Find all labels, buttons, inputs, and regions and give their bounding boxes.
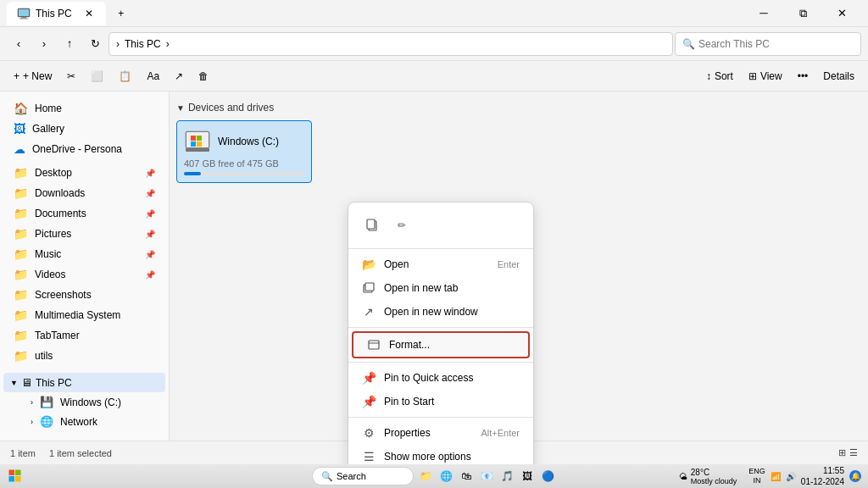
address-location: This PC [125,38,161,50]
ctx-show-more[interactable]: ☰ Show more options [348,445,533,464]
view-icon: ⊞ [748,70,757,82]
sidebar-item-home[interactable]: 🏠 Home [3,98,165,119]
close-button[interactable]: ✕ [822,0,861,27]
window-tab[interactable]: This PC ✕ [7,2,106,25]
lang-indicator[interactable]: ENGIN [748,467,765,485]
drive-bar [184,172,304,175]
sidebar-item-music[interactable]: 📁 Music 📌 [3,244,165,264]
search-bar[interactable]: 🔍 [675,32,861,56]
drive-windows-c[interactable]: Windows (C:) 407 GB free of 475 GB [176,120,312,183]
ctx-open-new-window[interactable]: ↗ Open in new window [348,300,533,324]
taskbar-store-icon[interactable]: 🛍 [458,468,475,485]
more-options-button[interactable]: ••• [791,67,815,86]
taskbar-mail-icon[interactable]: 📧 [478,468,495,485]
tab-close-button[interactable]: ✕ [82,7,96,20]
taskbar-explorer-icon[interactable]: 📁 [417,468,434,485]
sidebar-onedrive-label: OneDrive - Persona [32,143,122,155]
cut-button[interactable]: ✂ [60,67,82,86]
ctx-open-new-window-label: Open in new window [384,306,520,318]
rename-icon: ✏ [396,218,409,231]
notification-icon[interactable]: 🔔 [849,470,861,482]
clock[interactable]: 11:55 01-12-2024 [801,465,844,487]
tabtamer-folder-icon: 📁 [14,329,28,342]
navigation-bar: ‹ › ↑ ↻ › This PC › 🔍 [0,27,868,61]
wifi-icon: 📶 [771,472,781,481]
new-icon: + [14,70,19,82]
format-icon [367,338,381,352]
sidebar-music-label: Music [35,248,61,260]
ctx-separator-2 [348,362,533,363]
sidebar-item-multimedia[interactable]: 📁 Multimedia System [3,305,165,325]
new-button[interactable]: + + New [7,67,58,86]
drive-name: Windows (C:) [218,136,279,147]
sidebar-item-documents[interactable]: 📁 Documents 📌 [3,203,165,224]
titlebar: This PC ✕ + ─ ⧉ ✕ [0,0,868,27]
ctx-open[interactable]: 📂 Open Enter [348,252,533,276]
taskbar-browser-icon[interactable]: 🌐 [437,468,454,485]
sidebar-item-network[interactable]: › 🌐 Network [20,412,165,431]
speaker-icon: 🔊 [786,472,796,481]
sidebar-item-downloads[interactable]: 📁 Downloads 📌 [3,183,165,203]
context-menu: ✏ 📂 Open Enter Open in new tab ↗ Open in… [348,202,534,464]
rename-button[interactable]: Aa [140,67,166,86]
sidebar-desktop-label: Desktop [35,167,72,179]
taskbar-music-icon[interactable]: 🎵 [498,468,515,485]
delete-button[interactable]: 🗑 [192,67,215,86]
copy-icon [365,218,379,231]
section-header: ▼ Devices and drives [176,98,861,120]
svg-rect-19 [15,470,21,476]
details-button[interactable]: Details [816,67,861,86]
search-input[interactable] [698,38,854,50]
taskbar-photos-icon[interactable]: 🖼 [519,468,536,485]
sidebar-item-onedrive[interactable]: ☁ OneDrive - Persona [3,139,165,159]
sidebar-item-screenshots[interactable]: 📁 Screenshots [3,285,165,305]
taskbar-chrome-icon[interactable]: 🔵 [539,468,556,485]
ctx-rename-icon[interactable]: ✏ [389,211,416,238]
pictures-folder-icon: 📁 [14,227,28,241]
start-button[interactable] [7,468,24,485]
svg-rect-2 [21,17,26,19]
pin-start-icon: 📌 [362,395,376,408]
sidebar-this-pc[interactable]: ▼ 🖥 This PC [3,373,165,392]
view-button[interactable]: ⊞ View [742,67,789,86]
new-tab-button[interactable]: + [109,2,133,25]
share-button[interactable]: ↗ [168,67,190,86]
svg-rect-3 [19,18,28,19]
sort-button[interactable]: ↕ Sort [699,67,740,86]
maximize-button[interactable]: ⧉ [783,0,822,27]
paste-button[interactable]: 📋 [112,67,138,86]
minimize-button[interactable]: ─ [744,0,783,27]
sidebar-item-windowsc[interactable]: › 💾 Windows (C:) [20,392,165,412]
sidebar-item-utils[interactable]: 📁 utils [3,346,165,366]
up-button[interactable]: ↑ [58,32,81,56]
address-bar[interactable]: › This PC › [108,32,673,56]
sidebar: 🏠 Home 🖼 Gallery ☁ OneDrive - Persona 📁 … [0,92,170,464]
forward-button[interactable]: › [32,32,56,56]
taskbar-search[interactable]: 🔍 Search [312,467,414,485]
ctx-format[interactable]: Format... [352,331,530,358]
ctx-pin-start[interactable]: 📌 Pin to Start [348,390,533,413]
sidebar-item-pictures[interactable]: 📁 Pictures 📌 [3,224,165,244]
ctx-open-new-tab[interactable]: Open in new tab [348,276,533,300]
view-list-icon[interactable]: ☰ [849,447,858,458]
sidebar-item-videos[interactable]: 📁 Videos 📌 [3,264,165,285]
address-chevron: › [166,38,170,50]
ctx-separator-1 [348,327,533,328]
ctx-properties[interactable]: ⚙ Properties Alt+Enter [348,421,533,445]
drive-bar-fill [184,172,201,175]
ctx-copy-icon[interactable] [359,211,386,238]
refresh-button[interactable]: ↻ [83,32,107,56]
back-button[interactable]: ‹ [7,32,31,56]
pin-quick-access-icon: 📌 [362,371,376,385]
ctx-pin-quick-access[interactable]: 📌 Pin to Quick access [348,366,533,390]
sidebar-item-tabtamer[interactable]: 📁 TabTamer [3,325,165,346]
copy-button[interactable]: ⬜ [84,67,110,86]
sidebar-item-gallery[interactable]: 🖼 Gallery [3,119,165,139]
sidebar-item-desktop[interactable]: 📁 Desktop 📌 [3,163,165,183]
context-menu-top-icons: ✏ [348,208,533,245]
downloads-folder-icon: 📁 [14,186,28,200]
weather-icon: 🌤 [679,472,687,481]
view-grid-icon[interactable]: ⊞ [838,447,846,458]
sidebar-windowsc-label: Windows (C:) [60,396,121,408]
thispc-children: › 💾 Windows (C:) › 🌐 Network [0,392,169,431]
